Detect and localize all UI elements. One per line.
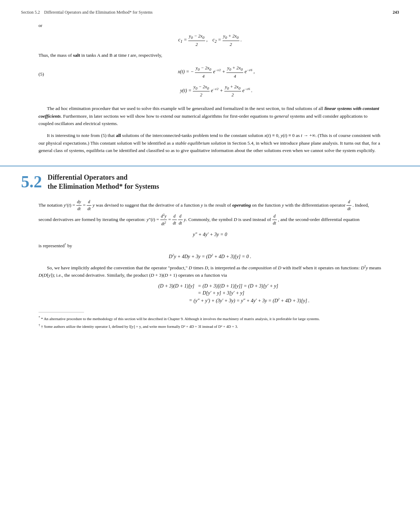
eq-label-5: (5)	[38, 63, 51, 78]
eq3-line3: = (y″ + y′) + (3y′ + 3y) = y″ + 4y′ + 3y…	[38, 297, 382, 304]
frac-d2y-dt2: d2y dt2	[160, 212, 167, 227]
displayed-eq3: (D + 3)(D + 1)[y] = (D + 3)[(D + 1)[y]] …	[38, 283, 382, 304]
frac-xt2: y0 + 2x0 4	[226, 64, 243, 80]
or-label: or	[38, 22, 382, 29]
frac-dydt-1: dy dt	[76, 199, 82, 212]
header-section: Section 5.2	[21, 10, 40, 15]
eq3-line2: = D[y′ + y] + 3[y′ + y]	[38, 290, 382, 296]
paragraph-ad-hoc: The ad hoc elimination procedure that we…	[38, 105, 382, 127]
c1-c2-equation: c1 = y0 − 2x0 2 , c2 = y0 + 2x0 2 .	[38, 33, 382, 48]
paragraph-interesting: It is interesting to note from (5) that …	[38, 132, 382, 154]
frac-c1: y0 − 2x0 2	[188, 33, 205, 48]
section-52-number: 5.2	[21, 173, 42, 190]
page-header: Section 5.2 Differential Operators and t…	[0, 0, 420, 15]
equation-5: (5) x(t) = − y0 − 2x0 4 e−t/2 + y0 + 2x0…	[38, 63, 382, 100]
frac-d-dt-4: d dt	[178, 213, 183, 227]
frac-c2: y0 + 2x0 2	[223, 33, 239, 48]
header-title-text: Differential Operators and the Eliminati…	[44, 10, 153, 15]
frac-ddt-2: d dt	[346, 199, 351, 212]
page-number: 243	[393, 10, 399, 15]
frac-d-dt-5: d dt	[272, 213, 277, 227]
page: Section 5.2 Differential Operators and t…	[0, 0, 420, 511]
section-52-header: 5.2 Differential Operators and the Elimi…	[0, 166, 420, 191]
section-52-title: Differential Operators and the Eliminati…	[48, 173, 159, 191]
displayed-eq2: D2y + 4Dy + 3y = (D2 + 4D + 3)[y] = 0 .	[38, 254, 382, 260]
eq5-content: x(t) = − y0 − 2x0 4 e−t/2 + y0 + 2x0 4 e…	[51, 63, 382, 100]
frac-d-dt-3: d dt	[172, 213, 177, 227]
eq3-line1: (D + 3)(D + 1)[y] = (D + 3)[(D + 1)[y]] …	[38, 283, 382, 289]
section-body-para1: The notation y′(t) = dy dt = d dt y was …	[38, 199, 382, 228]
footnote-1: * * An alternative procedure to the meth…	[38, 315, 382, 322]
top-content: or c1 = y0 − 2x0 2 , c2 = y0 + 2x0 2 . T…	[0, 15, 420, 154]
section-52-content: The notation y′(t) = dy dt = d dt y was …	[0, 199, 420, 329]
footnote-2: † † Some authors utilize the identity op…	[38, 323, 382, 329]
frac-yt2: y0 + 2x0 2	[224, 83, 241, 99]
eq5-xt: x(t) = − y0 − 2x0 4 e−t/2 + y0 + 2x0 4 e…	[51, 64, 382, 80]
eq5-yt: y(t) = y0 − 2x0 2 e−t/2 + y0 + 2x0 2 e−t…	[51, 83, 382, 99]
displayed-eq1: y″ + 4y′ + 3y = 0	[38, 232, 382, 237]
frac-xt1: y0 − 2x0 4	[195, 64, 212, 80]
thus-text: Thus, the mass of salt in tanks A and B …	[38, 51, 382, 59]
frac-ddt-1: d dt	[87, 199, 91, 212]
paragraph-so: So, we have implicitly adopted the conve…	[38, 264, 382, 279]
footnote-divider	[38, 312, 84, 312]
is-represented-text: is represented† by	[38, 242, 382, 249]
frac-yt1: y0 − 2x0 2	[193, 83, 210, 99]
header-section-title: Section 5.2 Differential Operators and t…	[21, 10, 153, 15]
